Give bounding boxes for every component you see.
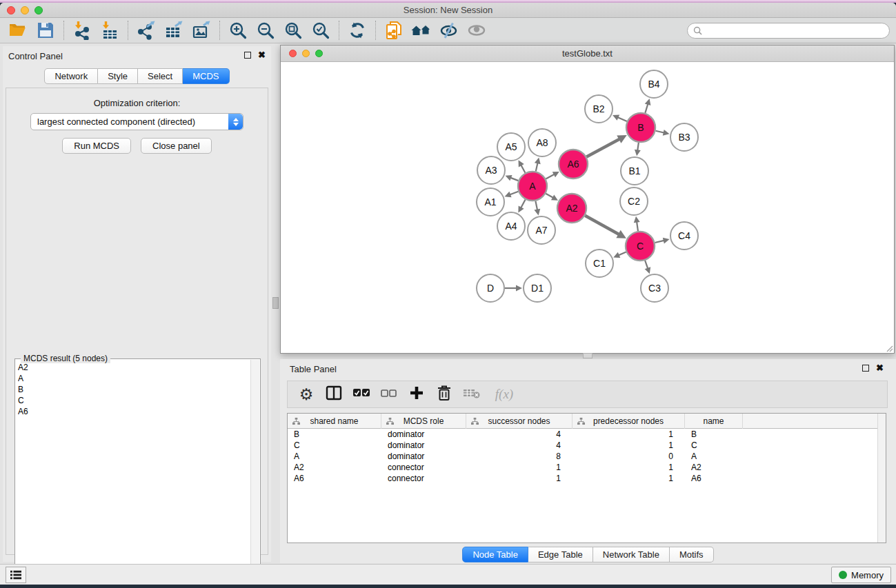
mcds-result-item[interactable]: C [18,395,249,406]
graph-edge-A-A1[interactable] [509,192,518,195]
column-header-MCDS-role[interactable]: MCDS role [381,414,466,429]
mcds-result-item[interactable]: A6 [18,406,249,417]
tab-network[interactable]: Network [44,68,98,84]
tab-network-table[interactable]: Network Table [593,547,670,562]
mcds-result-item[interactable]: A2 [18,362,249,373]
show-graphics-button[interactable] [463,19,490,41]
task-history-button[interactable] [6,567,26,583]
unselect-all-button[interactable] [379,384,399,405]
close-panel-button[interactable]: Close panel [141,138,212,154]
graph-edge-arrow [516,285,522,292]
delete-column-button[interactable] [434,384,455,405]
memory-button[interactable]: Memory [831,567,891,583]
import-network-button[interactable] [68,19,96,41]
table-row[interactable]: A2connector11A2 [288,462,886,473]
table-row[interactable]: Bdominator41B [288,429,886,440]
resize-grip-icon[interactable] [885,344,893,352]
graph-edge-A-A8[interactable] [536,162,538,171]
zoom-selected-button[interactable] [307,19,335,41]
horizontal-split-handle[interactable] [583,353,593,358]
table-row[interactable]: A6connector11A6 [288,473,886,484]
graph-edge-A-A4[interactable] [521,199,526,208]
node-table[interactable]: shared nameMCDS rolesuccessor nodesprede… [287,413,886,543]
hide-graphics-button[interactable] [435,19,463,41]
table-cell: 1 [466,473,573,484]
delete-table-button[interactable] [461,384,482,405]
search-input[interactable] [706,26,878,36]
graph-edge-A-A6[interactable] [546,174,555,179]
mcds-result-item[interactable]: A [18,373,249,384]
run-mcds-button[interactable]: Run MCDS [62,138,131,154]
graph-edge-B-B3[interactable] [655,131,664,133]
float-table-panel-icon[interactable] [862,365,869,372]
import-table-button[interactable] [96,19,123,41]
graph-edge-B-B4[interactable] [645,103,648,113]
tab-style[interactable]: Style [98,68,138,84]
zoom-in-button[interactable] [224,19,252,41]
table-settings-button[interactable]: ⚙ [296,384,317,405]
network-view-window: testGlobe.txt B4B2BB3A5A8A3A6B1AA1C2A2A4… [280,45,895,354]
mcds-result-item[interactable]: B [18,384,249,395]
search-box[interactable] [687,23,890,39]
graph-edge-A2-C[interactable] [585,216,619,235]
graph-edge-A-A5[interactable] [521,164,526,172]
graph-node-label-B1: B1 [628,165,640,176]
network-window-titlebar: testGlobe.txt [281,45,894,62]
graph-edge-C-C2[interactable] [637,221,638,231]
function-builder-button[interactable]: f(x) [489,384,519,405]
add-column-button[interactable] [406,384,427,405]
table-scrollbar[interactable] [877,414,886,543]
optimization-criterion-dropdown[interactable]: largest connected component (directed) [30,113,243,130]
unselect-all-icon [381,388,397,401]
export-network-button[interactable] [132,19,160,41]
graph-edge-A6-B[interactable] [586,139,620,156]
select-all-button[interactable] [351,384,372,405]
tab-edge-table[interactable]: Edge Table [528,547,593,562]
gear-icon: ⚙ [299,385,314,403]
column-header-predecessor-nodes[interactable]: predecessor nodes [573,414,685,429]
graph-edge-C-C3[interactable] [645,261,648,270]
column-header-filler [743,414,886,429]
close-panel-icon[interactable]: ✖ [258,52,266,59]
tab-motifs[interactable]: Motifs [670,547,714,562]
tab-mcds[interactable]: MCDS [183,68,229,84]
column-header-shared-name[interactable]: shared name [288,414,381,429]
result-scrollbar[interactable] [250,360,259,585]
refresh-view-button[interactable] [344,19,371,41]
app-window: Session: New Session [0,3,896,585]
save-session-button[interactable] [32,19,59,41]
graph-edge-A-A2[interactable] [546,194,554,199]
toolbar-separator [63,21,64,40]
zoom-fit-button[interactable] [279,19,307,41]
export-image-button[interactable] [188,19,215,41]
workspace: Control Panel ✖ NetworkStyleSelectMCDS O… [0,43,896,564]
graph-edge-B-B2[interactable] [617,117,627,121]
tab-select[interactable]: Select [138,68,183,84]
plus-icon [408,385,425,404]
table-cell: 1 [573,462,685,473]
export-table-button[interactable] [160,19,188,41]
table-row[interactable]: Adominator80A [288,451,886,462]
column-view-button[interactable] [323,384,344,405]
toolbar-separator [375,21,376,40]
column-header-name[interactable]: name [685,414,743,429]
open-folder-button[interactable] [4,19,32,41]
tab-node-table[interactable]: Node Table [462,547,528,562]
table-cell: 1 [573,473,685,484]
graph-node-label-C3: C3 [648,283,661,294]
network-canvas[interactable]: B4B2BB3A5A8A3A6B1AA1C2A2A4A7C4CC1C3DD1 [281,62,894,353]
graph-edge-arrow [663,238,670,244]
clone-network-button[interactable] [380,19,408,41]
column-header-successor-nodes[interactable]: successor nodes [466,414,573,429]
toolbar-separator [128,21,128,40]
graph-edge-A-A7[interactable] [535,201,537,211]
home-networks-button[interactable] [408,19,435,41]
close-table-panel-icon[interactable]: ✖ [876,365,884,372]
float-panel-icon[interactable] [244,52,251,59]
table-row[interactable]: Cdominator41C [288,440,886,451]
window-titlebar: Session: New Session [0,3,896,18]
zoom-out-button[interactable] [252,19,279,41]
graph-edge-C-C4[interactable] [655,241,664,243]
vertical-split-handle[interactable] [272,297,279,309]
mcds-panel: Optimization criterion: largest connecte… [6,88,268,555]
